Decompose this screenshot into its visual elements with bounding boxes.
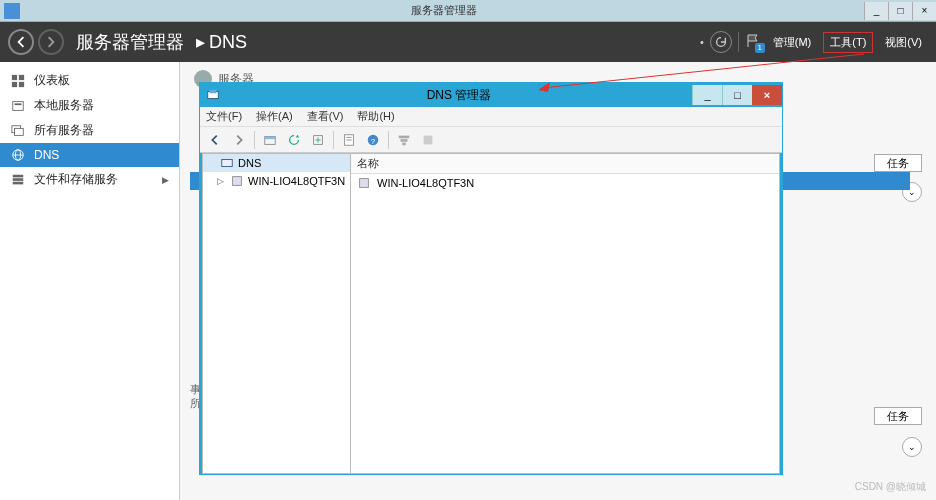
tasks-button[interactable]: 任务: [874, 154, 922, 172]
toolbar-filter-button[interactable]: [393, 130, 415, 150]
list-item-server[interactable]: WIN-LIO4L8QTF3N: [351, 174, 779, 192]
list-item-label: WIN-LIO4L8QTF3N: [377, 177, 474, 189]
breadcrumb-current[interactable]: DNS: [209, 32, 247, 53]
dns-titlebar[interactable]: DNS 管理器 _ □ ×: [200, 83, 782, 107]
svg-marker-20: [296, 134, 300, 137]
breadcrumb-separator: ▸: [196, 31, 205, 53]
menu-action[interactable]: 操作(A): [256, 109, 293, 124]
sidebar-item-dashboard[interactable]: 仪表板: [0, 68, 179, 93]
svg-rect-30: [424, 135, 433, 144]
server-node-icon: [230, 174, 244, 188]
dns-close-button[interactable]: ×: [752, 85, 782, 105]
outer-window-title: 服务器管理器: [24, 3, 864, 18]
list-column-name[interactable]: 名称: [351, 154, 779, 174]
header-dot: •: [700, 36, 704, 48]
toolbar-stop-button[interactable]: [417, 130, 439, 150]
toolbar-forward-button[interactable]: [228, 130, 250, 150]
svg-rect-5: [19, 81, 24, 86]
server-icon: [10, 98, 26, 114]
menu-help[interactable]: 帮助(H): [357, 109, 394, 124]
sidebar: 仪表板 本地服务器 所有服务器 DNS 文件和存储服务 ▶: [0, 62, 180, 500]
dns-menubar: 文件(F) 操作(A) 查看(V) 帮助(H): [200, 107, 782, 127]
sidebar-item-label: 所有服务器: [34, 122, 94, 139]
minimize-button[interactable]: _: [864, 2, 888, 20]
tree-node-label: WIN-LIO4L8QTF3N: [248, 175, 345, 187]
dns-icon: [10, 147, 26, 163]
sidebar-item-label: 本地服务器: [34, 97, 94, 114]
svg-rect-4: [12, 81, 17, 86]
toolbar-export-button[interactable]: [307, 130, 329, 150]
svg-rect-7: [15, 103, 22, 105]
sidebar-item-label: 文件和存储服务: [34, 171, 118, 188]
svg-rect-33: [360, 179, 369, 188]
dns-tree-panel: DNS ▷ WIN-LIO4L8QTF3N: [203, 154, 351, 473]
dns-root-icon: [220, 156, 234, 170]
menu-tools[interactable]: 工具(T): [823, 32, 873, 53]
svg-rect-31: [222, 160, 233, 167]
toolbar-up-button[interactable]: [259, 130, 281, 150]
app-title: 服务器管理器: [76, 30, 184, 54]
dns-minimize-button[interactable]: _: [692, 85, 722, 105]
tree-root-label: DNS: [238, 157, 261, 169]
svg-rect-2: [12, 74, 17, 79]
tasks-button-2[interactable]: 任务: [874, 407, 922, 425]
servers-icon: [10, 123, 26, 139]
tree-root-dns[interactable]: DNS: [203, 154, 350, 172]
toolbar-back-button[interactable]: [204, 130, 226, 150]
svg-rect-6: [13, 101, 24, 110]
menu-view[interactable]: 查看(V): [307, 109, 344, 124]
dns-window-title: DNS 管理器: [226, 87, 692, 104]
dns-maximize-button[interactable]: □: [722, 85, 752, 105]
sidebar-item-all-servers[interactable]: 所有服务器: [0, 118, 179, 143]
svg-rect-29: [402, 142, 406, 145]
toolbar-refresh-button[interactable]: [283, 130, 305, 150]
nav-back-button[interactable]: [8, 29, 34, 55]
svg-rect-14: [13, 178, 24, 181]
svg-rect-3: [19, 74, 24, 79]
sidebar-item-dns[interactable]: DNS: [0, 143, 179, 167]
chevron-right-icon: ▶: [162, 175, 169, 185]
watermark: CSDN @晓倾城: [855, 480, 926, 494]
nav-forward-button[interactable]: [38, 29, 64, 55]
toolbar-help-button[interactable]: ?: [362, 130, 384, 150]
menu-view[interactable]: 视图(V): [879, 33, 928, 52]
menu-manage[interactable]: 管理(M): [767, 33, 818, 52]
dashboard-icon: [10, 73, 26, 89]
sidebar-item-label: DNS: [34, 148, 59, 162]
sidebar-item-local-server[interactable]: 本地服务器: [0, 93, 179, 118]
svg-rect-32: [233, 177, 242, 186]
outer-window-titlebar: 服务器管理器 _ □ ×: [0, 0, 936, 22]
svg-rect-27: [399, 135, 410, 138]
separator: [738, 32, 739, 52]
tree-node-server[interactable]: ▷ WIN-LIO4L8QTF3N: [203, 172, 350, 190]
svg-rect-19: [265, 136, 276, 139]
svg-text:?: ?: [371, 136, 376, 145]
menu-file[interactable]: 文件(F): [206, 109, 242, 124]
dns-manager-window: DNS 管理器 _ □ × 文件(F) 操作(A) 查看(V) 帮助(H) ? …: [199, 82, 783, 475]
close-button[interactable]: ×: [912, 2, 936, 20]
storage-icon: [10, 172, 26, 188]
svg-rect-17: [210, 90, 217, 94]
dns-list-panel: 名称 WIN-LIO4L8QTF3N: [351, 154, 779, 473]
system-icon: [4, 3, 20, 19]
server-manager-header: 服务器管理器 ▸ DNS • 1 管理(M) 工具(T) 视图(V): [0, 22, 936, 62]
toolbar-properties-button[interactable]: [338, 130, 360, 150]
server-item-icon: [357, 176, 371, 190]
dns-app-icon: [206, 88, 220, 102]
svg-rect-28: [401, 139, 408, 142]
svg-rect-15: [13, 181, 24, 184]
sidebar-item-file-storage[interactable]: 文件和存储服务 ▶: [0, 167, 179, 192]
dns-toolbar: ?: [200, 127, 782, 153]
tree-expand-icon[interactable]: ▷: [217, 176, 226, 186]
refresh-button[interactable]: [710, 31, 732, 53]
maximize-button[interactable]: □: [888, 2, 912, 20]
svg-rect-9: [15, 128, 24, 135]
expand-button-2[interactable]: ⌄: [902, 437, 922, 457]
sidebar-item-label: 仪表板: [34, 72, 70, 89]
notifications-flag-icon[interactable]: 1: [745, 33, 761, 51]
svg-rect-13: [13, 174, 24, 177]
